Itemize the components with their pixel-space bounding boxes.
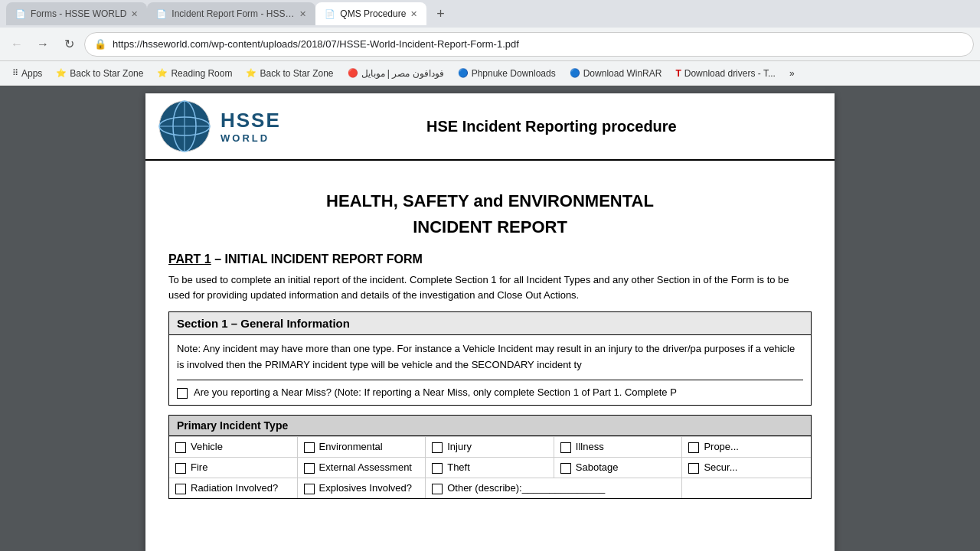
- back-button[interactable]: ←: [6, 34, 28, 55]
- tab-label-1: Forms - HSSE WORLD: [31, 8, 126, 19]
- tab-close-1[interactable]: ✕: [131, 9, 138, 19]
- incident-other: Other (describe):_______________: [426, 478, 682, 498]
- incident-injury: Injury: [426, 437, 554, 457]
- pdf-body: HEALTH, SAFETY and ENVIRONMENTAL INCIDEN…: [145, 161, 835, 519]
- more-bookmarks-icon: »: [789, 68, 795, 79]
- winrar-icon: 🔵: [570, 68, 580, 78]
- near-miss-checkbox[interactable]: [177, 388, 188, 399]
- label-explosives: Explosives Involved?: [319, 482, 412, 494]
- section1-box: Section 1 – General Information Note: An…: [168, 311, 812, 406]
- tab-forms-hsse[interactable]: 📄 Forms - HSSE WORLD ✕: [6, 2, 147, 25]
- bookmark-back-star[interactable]: ⭐ Back to Star Zone: [50, 66, 149, 81]
- label-environmental: Environmental: [319, 441, 383, 452]
- bookmark-back-star2-label: Back to Star Zone: [260, 68, 333, 79]
- checkbox-illness[interactable]: [560, 442, 571, 453]
- pdf-viewer: HSSE WORLD HSE Incident Reporting proced…: [0, 86, 980, 551]
- pdf-main-title-line2: INCIDENT REPORT: [168, 217, 812, 237]
- drivers-icon: T: [675, 68, 681, 79]
- bookmark-phpnuke[interactable]: 🔵 Phpnuke Downloads: [452, 66, 562, 81]
- apps-icon: ⠿: [12, 68, 18, 78]
- checkbox-radiation[interactable]: [175, 484, 186, 494]
- checkbox-sabotage[interactable]: [560, 463, 571, 474]
- tab-label-2: Incident Report Form - HSSE WO...: [172, 8, 295, 19]
- incident-row-1: Vehicle Environmental Injury Illness: [169, 436, 811, 457]
- label-theft: Theft: [447, 461, 470, 473]
- incident-theft: Theft: [426, 458, 554, 478]
- logo-text-area: HSSE WORLD: [220, 109, 281, 144]
- label-fire: Fire: [191, 461, 207, 473]
- checkbox-other[interactable]: [432, 484, 443, 494]
- part1-heading: PART 1 – INITIAL INCIDENT REPORT FORM: [168, 253, 812, 266]
- checkbox-external[interactable]: [304, 463, 315, 474]
- star-icon-2: ⭐: [157, 68, 168, 78]
- label-external: External Assessment: [319, 461, 412, 473]
- incident-radiation: Radiation Involved?: [169, 478, 298, 498]
- bookmark-more[interactable]: »: [783, 66, 801, 81]
- pdf-logo-area: HSSE WORLD: [158, 99, 281, 153]
- section1-header: Section 1 – General Information: [169, 312, 811, 335]
- near-miss-text: Are you reporting a Near Miss? (Note: If…: [194, 386, 677, 398]
- address-bar[interactable]: 🔒 https://hsseworld.com/wp-content/uploa…: [84, 32, 974, 57]
- label-radiation: Radiation Involved?: [191, 482, 278, 494]
- bookmark-winrar-label: Download WinRAR: [583, 68, 662, 79]
- label-other: Other (describe):_______________: [447, 482, 605, 494]
- tab-qms-procedure[interactable]: 📄 QMS Procedure ✕: [315, 2, 426, 25]
- section1-note: Note: Any incident may have more than on…: [177, 341, 803, 373]
- label-vehicle: Vehicle: [191, 441, 223, 452]
- address-text: https://hsseworld.com/wp-content/uploads…: [113, 38, 964, 50]
- tab-incident-report[interactable]: 📄 Incident Report Form - HSSE WO... ✕: [147, 2, 315, 25]
- incident-vehicle: Vehicle: [169, 437, 298, 457]
- incident-row-2: Fire External Assessment Theft Sabotage: [169, 457, 811, 478]
- tab-close-3[interactable]: ✕: [410, 9, 417, 19]
- near-miss-row: Are you reporting a Near Miss? (Note: If…: [177, 380, 803, 399]
- tab-close-2[interactable]: ✕: [299, 9, 306, 19]
- checkbox-fire[interactable]: [175, 463, 186, 474]
- new-tab-button[interactable]: +: [430, 3, 451, 24]
- tab-favicon-1: 📄: [15, 9, 26, 19]
- bookmark-back-star-label: Back to Star Zone: [70, 68, 143, 79]
- bookmark-fudafon[interactable]: 🔴 فودافون مصر | موبايل: [341, 66, 450, 81]
- pdf-header-title: HSE Incident Reporting procedure: [281, 118, 822, 135]
- fudafon-icon: 🔴: [348, 68, 358, 78]
- bookmark-fudafon-label: فودافون مصر | موبايل: [361, 68, 444, 79]
- incident-external: External Assessment: [298, 458, 426, 478]
- part1-title: – INITIAL INCIDENT REPORT FORM: [211, 253, 423, 266]
- incident-secur: Secur...: [682, 458, 811, 478]
- bookmark-winrar[interactable]: 🔵 Download WinRAR: [564, 66, 668, 81]
- checkbox-injury[interactable]: [432, 442, 443, 453]
- checkbox-explosives[interactable]: [304, 484, 315, 494]
- bookmark-drivers-label: Download drivers - T...: [684, 68, 776, 79]
- checkbox-environmental[interactable]: [304, 442, 315, 453]
- bookmark-reading-room[interactable]: ⭐ Reading Room: [151, 66, 238, 81]
- section1-note-text: Note: Any incident may have more than on…: [177, 343, 795, 370]
- bookmark-back-star2[interactable]: ⭐ Back to Star Zone: [240, 66, 339, 81]
- phpnuke-icon: 🔵: [458, 68, 469, 78]
- checkbox-prope[interactable]: [688, 442, 699, 453]
- checkbox-theft[interactable]: [432, 463, 443, 474]
- incident-empty: [682, 478, 811, 498]
- incident-explosives: Explosives Involved?: [298, 478, 426, 498]
- lock-icon: 🔒: [94, 38, 106, 50]
- label-illness: Illness: [576, 441, 604, 452]
- part1-label: PART 1: [168, 253, 211, 266]
- pdf-main-title-line1: HEALTH, SAFETY and ENVIRONMENTAL: [168, 191, 812, 211]
- tab-favicon-2: 📄: [156, 9, 167, 19]
- tab-label-3: QMS Procedure: [340, 8, 406, 19]
- incident-illness: Illness: [554, 437, 683, 457]
- section1-body: Note: Any incident may have more than on…: [169, 335, 811, 405]
- incident-sabotage: Sabotage: [554, 458, 683, 478]
- checkbox-secur[interactable]: [688, 463, 699, 474]
- bookmark-apps[interactable]: ⠿ Apps: [6, 66, 48, 81]
- label-prope: Prope...: [704, 441, 739, 452]
- pdf-description: To be used to complete an initial report…: [168, 272, 812, 302]
- pdf-page: HSSE WORLD HSE Incident Reporting proced…: [145, 93, 835, 551]
- label-secur: Secur...: [704, 461, 737, 473]
- refresh-button[interactable]: ↻: [58, 34, 80, 55]
- checkbox-vehicle[interactable]: [175, 442, 186, 453]
- star-icon-1: ⭐: [56, 68, 67, 78]
- bookmark-drivers[interactable]: T Download drivers - T...: [669, 66, 782, 81]
- label-sabotage: Sabotage: [576, 461, 619, 473]
- incident-row-3: Radiation Involved? Explosives Involved?…: [169, 478, 811, 498]
- pdf-logo: [158, 99, 211, 153]
- forward-button[interactable]: →: [32, 34, 54, 55]
